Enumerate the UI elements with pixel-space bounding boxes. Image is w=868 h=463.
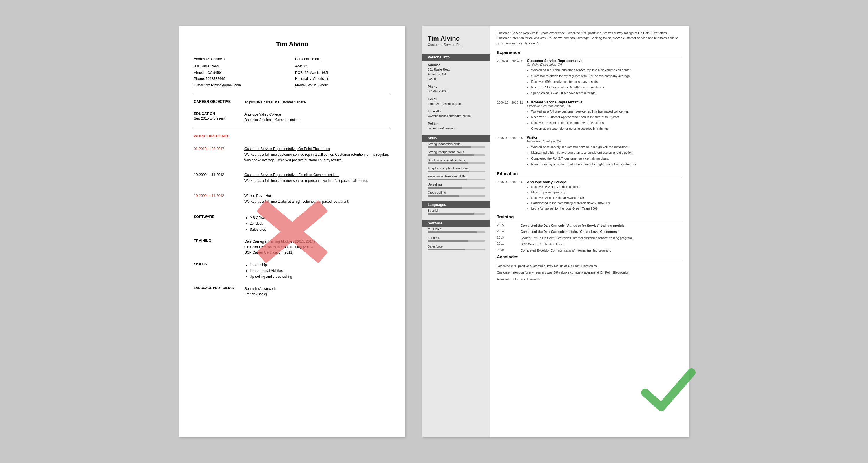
- bad-language-label: LANGUAGE PROFICIENCY: [194, 286, 239, 297]
- good-summary: Customer Service Rep with 8+ years exper…: [497, 31, 682, 46]
- skill-bar-5: Exceptional telesales skills.: [423, 174, 490, 182]
- good-exp3-b1: Worked passionately in customer service …: [531, 144, 637, 150]
- bad-skill-2: Interpersonal Abilities: [250, 268, 292, 273]
- good-tr4-year: 2011: [497, 242, 517, 247]
- bad-exp-3: 10-2009 to 11-2012 Waiter, Pizza Hut Wor…: [194, 194, 391, 204]
- skill-label-4: Adept at complaint resolution.: [428, 167, 485, 170]
- bad-phone: Phone: 5018732669: [194, 76, 289, 82]
- bad-career-section: CAREER OBJECTIVE To pursue a career in C…: [194, 99, 391, 105]
- good-edu-1: 2005-09 - 2009-05 Antelope Valley Colleg…: [497, 180, 682, 211]
- sidebar-languages-header: Languages: [423, 201, 490, 208]
- bad-exp3-content: Waiter, Pizza Hut Worked as a full time …: [245, 194, 349, 204]
- bad-edu-school: Antelope Valley College: [245, 112, 300, 117]
- bad-resume-name: Tim Alvino: [194, 40, 391, 48]
- good-exp2-title: Customer Service Representative: [527, 100, 629, 104]
- skill-bar-6: Up-selling: [423, 182, 490, 190]
- skill-bar-fill-2: [428, 154, 474, 156]
- good-accolade-3: Associate of the month awards.: [497, 277, 682, 282]
- good-edu1-bullets: Received B.A. in Communications. Minor i…: [527, 184, 611, 211]
- bad-language-section: LANGUAGE PROFICIENCY Spanish (Advanced) …: [194, 286, 391, 297]
- good-exp3-b3: Completed the F.A.S.T. customer service …: [531, 156, 637, 161]
- bad-tr-1: Dale Carnegie Training Modules (2015, 20…: [245, 239, 315, 244]
- good-exp-1: 2013-01 - 2017-03 Customer Service Repre…: [497, 59, 682, 96]
- good-exp-section-title: Experience: [497, 50, 682, 56]
- skill-bar-track-5: [428, 179, 485, 180]
- good-edu1-b5: Led a fundraiser for the local Green Tea…: [531, 206, 611, 211]
- bad-tr-2: On Point Electronics Internal Training (…: [245, 244, 315, 250]
- skill-label-1: Strong leadership skills.: [428, 142, 485, 146]
- good-exp1-bullets: Worked as a full time customer service r…: [527, 67, 631, 95]
- bad-exp3-text: Worked as a full time waiter at a high-v…: [245, 199, 349, 204]
- lang-label-1: Spanish: [428, 209, 485, 212]
- sw-bar-2: Zendesk: [423, 235, 490, 244]
- skill-bar-4: Adept at complaint resolution.: [423, 166, 490, 174]
- sw-bar-track-1: [428, 231, 485, 233]
- skill-bar-track-1: [428, 146, 485, 148]
- good-tr3-text: Scored 97% in On Point Electronics' inte…: [521, 236, 633, 241]
- good-training-section-title: Training: [497, 214, 682, 220]
- good-exp3-right: Waiter Pizza Hut, Antelope, CA Worked pa…: [527, 136, 637, 167]
- bad-lang-2: French (Basic): [245, 292, 276, 297]
- bad-work-label: WORK EXPERIENCE: [194, 134, 391, 138]
- good-exp3-company: Pizza Hut, Antelope, CA: [527, 140, 637, 143]
- good-exp2-b1: Worked as a full time customer service r…: [531, 109, 629, 114]
- resume-good: Tim Alvino Customer Service Rep Personal…: [423, 26, 689, 437]
- good-tr2-year: 2014: [497, 229, 517, 234]
- bad-exp-2: 10-2009 to 11-2012 Customer Service Repr…: [194, 173, 391, 183]
- good-exp3-b2: Maintained a high tip average thanks to …: [531, 150, 637, 155]
- good-accolades-section-title: Accolades: [497, 254, 682, 260]
- good-accolade-2: Customer retention for my regulars was 3…: [497, 270, 682, 276]
- skill-bar-3: Solid communication skills.: [423, 158, 490, 166]
- skill-bar-track-3: [428, 163, 485, 164]
- sidebar-phone-label: Phone: [423, 83, 490, 89]
- sw-label-3: Salesforce: [428, 245, 485, 248]
- good-edu1-b3: Received Senior Scholar Award 2009.: [531, 195, 611, 201]
- good-edu1-school: Antelope Valley College: [527, 180, 611, 184]
- bad-marital: Marital Status: Single: [295, 82, 391, 89]
- good-tr1-text: Completed the Dale Carnegie "Attitudes f…: [521, 223, 625, 228]
- good-exp3-dates: 2005-06 - 2009-09: [497, 136, 523, 167]
- good-exp2-right: Customer Service Representative Excelsio…: [527, 100, 629, 132]
- sidebar-software-header: Software: [423, 220, 490, 227]
- skill-bar-track-2: [428, 154, 485, 156]
- good-tr-5: 2009 Completed Excelsior Communications'…: [497, 248, 682, 253]
- lang-bar-1: Spanish: [423, 208, 490, 217]
- bad-training-content: Dale Carnegie Training Modules (2015, 20…: [245, 239, 315, 256]
- skill-bar-2: Strong interpersonal skills.: [423, 150, 490, 158]
- lang-bar-track-1: [428, 213, 485, 214]
- good-exp1-b3: Received 99% positive customer survey re…: [531, 79, 631, 85]
- sidebar-twitter-label: Twitter: [423, 120, 490, 126]
- good-exp1-title: Customer Service Representative: [527, 59, 631, 63]
- skill-bar-fill-3: [428, 163, 468, 164]
- bad-tr-3: SCP Career Certification (2011): [245, 250, 315, 255]
- bad-language-content: Spanish (Advanced) French (Basic): [245, 286, 276, 297]
- sidebar-phone-value: 501-873-2669: [423, 89, 490, 95]
- bad-education-section: EDUCATION Sep 2015 to present Antelope V…: [194, 112, 391, 123]
- bad-edu-dates: Sep 2015 to present: [194, 116, 239, 121]
- good-exp-2: 2009-10 - 2012-11 Customer Service Repre…: [497, 100, 682, 132]
- skill-label-6: Up-selling: [428, 183, 485, 186]
- good-exp1-right: Customer Service Representative On Point…: [527, 59, 631, 96]
- bad-exp3-dates: 10-2009 to 11-2012: [194, 194, 239, 204]
- skill-label-3: Solid communication skills.: [428, 158, 485, 162]
- bad-exp1-content: Customer Service Representative, On Poin…: [245, 147, 391, 163]
- good-tr-1: 2015 Completed the Dale Carnegie "Attitu…: [497, 223, 682, 228]
- bad-exp1-dates: 01-2013 to 03-2017: [194, 147, 239, 163]
- good-exp1-dates: 2013-01 - 2017-03: [497, 59, 523, 96]
- sidebar-address-value: 831 Rasle Road Alameda, CA 94501: [423, 67, 490, 83]
- bad-email: E-mail: timTAlvino@gmail.com: [194, 82, 289, 89]
- bad-edu-content: Antelope Valley College Bachelor Studies…: [245, 112, 300, 123]
- skill-bar-track-6: [428, 187, 485, 189]
- good-exp2-company: Excelsior Communications, CA: [527, 104, 629, 108]
- bad-work-section: WORK EXPERIENCE 01-2013 to 03-2017 Custo…: [194, 134, 391, 208]
- good-exp2-b4: Chosen as an example for other associate…: [531, 126, 629, 132]
- bad-exp2-text: Worked as a full time customer service r…: [245, 178, 368, 183]
- good-exp2-dates: 2009-10 - 2012-11: [497, 100, 523, 132]
- bad-software-label: SOFTWARE: [194, 215, 239, 233]
- bad-contact-right-title: Personal Details: [295, 56, 391, 62]
- bad-edu-label: EDUCATION: [194, 112, 239, 116]
- bad-lang-1: Spanish (Advanced): [245, 286, 276, 292]
- skill-bar-1: Strong leadership skills.: [423, 142, 490, 150]
- bad-skill-3: Up-selling and cross-selling: [250, 273, 292, 280]
- resume-bad: Tim Alvino Address & Contacts 831 Rasle …: [179, 26, 405, 437]
